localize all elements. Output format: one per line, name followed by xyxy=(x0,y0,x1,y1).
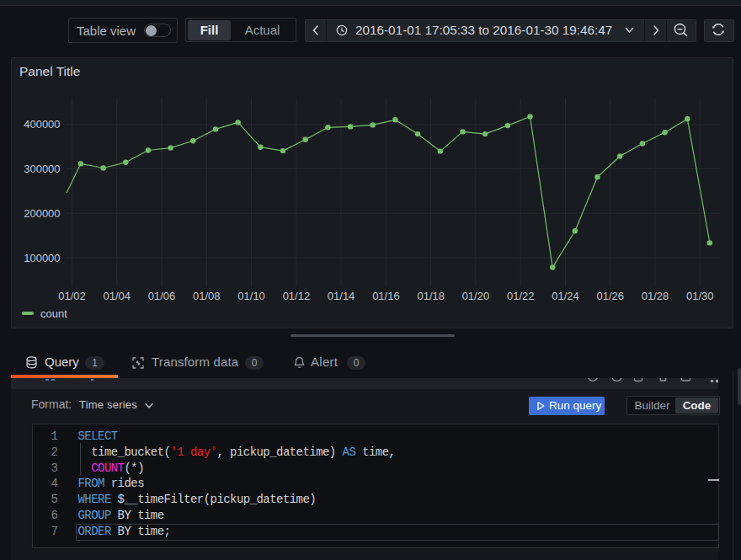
svg-text:01/08: 01/08 xyxy=(193,290,221,302)
svg-text:count: count xyxy=(40,307,67,320)
svg-text:01/04: 01/04 xyxy=(104,290,131,302)
svg-text:200000: 200000 xyxy=(24,207,60,220)
svg-text:01/30: 01/30 xyxy=(686,290,714,302)
svg-text:01/12: 01/12 xyxy=(283,290,311,302)
svg-text:01/20: 01/20 xyxy=(462,290,490,302)
svg-text:400000: 400000 xyxy=(24,118,60,131)
svg-text:01/22: 01/22 xyxy=(507,290,535,302)
svg-text:01/02: 01/02 xyxy=(58,290,86,302)
svg-text:01/16: 01/16 xyxy=(372,290,400,302)
svg-text:01/28: 01/28 xyxy=(642,290,669,302)
svg-text:01/06: 01/06 xyxy=(148,290,176,302)
svg-text:01/14: 01/14 xyxy=(328,290,355,302)
svg-text:01/24: 01/24 xyxy=(552,290,579,302)
svg-text:300000: 300000 xyxy=(24,163,60,175)
svg-text:100000: 100000 xyxy=(24,252,60,264)
svg-text:01/26: 01/26 xyxy=(596,290,624,302)
svg-text:01/18: 01/18 xyxy=(417,290,445,302)
svg-text:01/10: 01/10 xyxy=(237,290,265,302)
